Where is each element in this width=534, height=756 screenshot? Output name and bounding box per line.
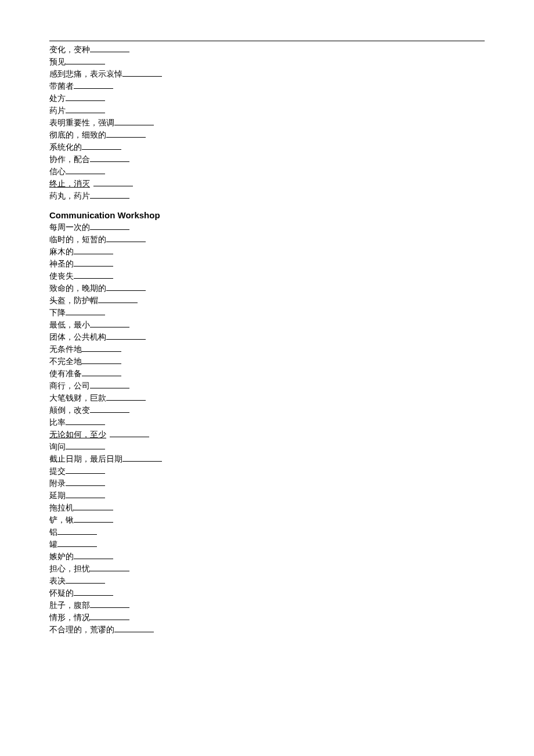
vocab-line: 表决 xyxy=(49,575,485,587)
vocab-line: 无条件地 xyxy=(49,343,485,355)
answer-blank xyxy=(74,270,113,279)
vocab-line: 怀疑的 xyxy=(49,587,485,599)
answer-blank xyxy=(74,514,113,523)
answer-blank xyxy=(98,294,138,303)
vocab-term: 表明重要性，强调 xyxy=(49,118,114,127)
vocab-line: 铲，锹 xyxy=(49,514,485,526)
vocab-term: 不完全地 xyxy=(49,357,82,366)
vocab-line: 带菌者 xyxy=(49,80,485,92)
answer-blank xyxy=(106,129,146,138)
vocab-line: 终止，消灭 xyxy=(49,178,485,190)
vocab-line: 不完全地 xyxy=(49,355,485,368)
vocab-term: 延期 xyxy=(49,491,66,500)
vocab-term: 系统化的 xyxy=(49,143,82,152)
answer-blank xyxy=(66,441,105,449)
vocab-line: 致命的，晚期的 xyxy=(49,282,485,294)
vocab-line: 拖拉机 xyxy=(49,502,485,514)
vocab-term: 最低，最小 xyxy=(49,321,90,329)
answer-blank xyxy=(93,178,133,186)
answer-blank xyxy=(122,453,162,462)
answer-blank xyxy=(66,465,105,474)
answer-blank xyxy=(57,538,97,547)
answer-blank xyxy=(66,105,105,113)
answer-blank xyxy=(90,319,129,327)
vocab-term: 无条件地 xyxy=(49,345,82,354)
vocab-term: 使丧失 xyxy=(49,272,74,280)
answer-blank xyxy=(106,233,146,242)
vocab-term: 不合理的，荒谬的 xyxy=(49,625,114,634)
answer-blank xyxy=(106,282,146,291)
answer-blank xyxy=(114,624,154,632)
answer-blank xyxy=(90,380,129,388)
answer-blank xyxy=(74,587,113,596)
vocab-term: 麻木的 xyxy=(49,247,74,256)
vocab-term: 嫉妒的 xyxy=(49,552,74,561)
vocab-line: 延期 xyxy=(49,489,485,502)
vocab-line: 药丸，药片 xyxy=(49,190,485,202)
vocab-line: 感到悲痛，表示哀悼 xyxy=(49,68,485,80)
vocab-term: 处方 xyxy=(49,94,66,103)
vocab-term: 神圣的 xyxy=(49,260,74,268)
vocab-term: 药丸，药片 xyxy=(49,192,90,200)
answer-blank xyxy=(114,117,154,125)
vocab-line: 使丧失 xyxy=(49,270,485,282)
vocab-line: 大笔钱财，巨款 xyxy=(49,392,485,404)
vocab-term: 信心 xyxy=(49,167,66,176)
vocab-line: 信心 xyxy=(49,165,485,178)
vocab-line: 下降 xyxy=(49,307,485,319)
answer-blank xyxy=(66,56,105,64)
vocab-line: 附录 xyxy=(49,477,485,489)
answer-blank xyxy=(74,258,113,267)
vocab-list-2: 每周一次的临时的，短暂的麻木的神圣的使丧失致命的，晚期的头盔，防护帽下降最低，最… xyxy=(49,221,485,636)
vocab-term: 带菌者 xyxy=(49,82,74,91)
answer-blank xyxy=(66,92,105,101)
vocab-line: 担心，担忧 xyxy=(49,563,485,575)
vocab-term: 提交 xyxy=(49,467,66,476)
answer-blank xyxy=(74,246,113,254)
section-title: Communication Workshop xyxy=(49,210,485,220)
vocab-term: 致命的，晚期的 xyxy=(49,284,106,293)
vocab-line: 嫉妒的 xyxy=(49,550,485,563)
vocab-term: 每周一次的 xyxy=(49,223,90,232)
vocab-term: 询问 xyxy=(49,442,66,451)
vocab-line: 情形，情况 xyxy=(49,611,485,624)
answer-blank xyxy=(66,489,105,498)
answer-blank xyxy=(66,307,105,315)
answer-blank xyxy=(90,44,129,52)
vocab-line: 团体，公共机构 xyxy=(49,331,485,343)
answer-blank xyxy=(66,575,105,584)
answer-blank xyxy=(110,429,149,437)
vocab-line: 最低，最小 xyxy=(49,319,485,331)
answer-blank xyxy=(90,153,129,162)
vocab-line: 表明重要性，强调 xyxy=(49,117,485,129)
vocab-term: 使有准备 xyxy=(49,369,82,378)
vocab-line: 处方 xyxy=(49,92,485,105)
vocab-line: 每周一次的 xyxy=(49,221,485,233)
vocab-line: 商行，公司 xyxy=(49,380,485,392)
vocab-line: 系统化的 xyxy=(49,141,485,153)
vocab-term: 终止，消灭 xyxy=(49,179,90,188)
answer-blank xyxy=(90,404,129,413)
vocab-line: 提交 xyxy=(49,465,485,477)
vocab-term: 情形，情况 xyxy=(49,613,90,622)
vocab-term: 肚子，腹部 xyxy=(49,601,90,610)
vocab-line: 肚子，腹部 xyxy=(49,599,485,611)
vocab-line: 头盔，防护帽 xyxy=(49,294,485,307)
answer-blank xyxy=(82,355,121,364)
answer-blank xyxy=(57,526,97,535)
vocab-term: 头盔，防护帽 xyxy=(49,296,98,305)
vocab-line: 比率 xyxy=(49,416,485,429)
answer-blank xyxy=(90,221,129,230)
answer-blank xyxy=(66,416,105,425)
vocab-line: 使有准备 xyxy=(49,368,485,380)
answer-blank xyxy=(106,392,146,401)
answer-blank xyxy=(106,331,146,340)
vocab-term: 无论如何，至少 xyxy=(49,430,106,439)
answer-blank xyxy=(90,611,129,620)
vocab-term: 担心，担忧 xyxy=(49,564,90,573)
answer-blank xyxy=(66,165,105,174)
vocab-term: 预见 xyxy=(49,57,66,66)
answer-blank xyxy=(90,563,129,571)
vocab-term: 截止日期，最后日期 xyxy=(49,455,122,463)
vocab-line: 无论如何，至少 xyxy=(49,429,485,441)
